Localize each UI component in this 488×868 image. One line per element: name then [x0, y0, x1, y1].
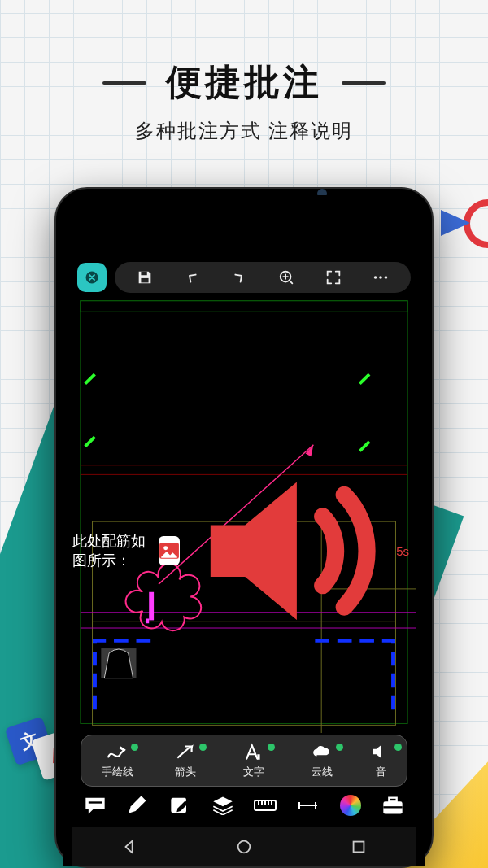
fullscreen-button[interactable] [322, 266, 345, 289]
svg-rect-8 [81, 301, 407, 312]
back-icon [120, 838, 138, 856]
comment-button[interactable] [81, 793, 110, 818]
status-dot [336, 744, 343, 751]
undo-button[interactable] [181, 266, 203, 289]
nav-back[interactable] [115, 832, 144, 861]
tool-text[interactable]: 文字 [220, 742, 288, 779]
annotation-tool-strip: 手绘线 箭头 文字 云线 [81, 735, 407, 787]
layers-icon [211, 796, 234, 815]
home-icon [235, 838, 253, 856]
save-icon [136, 268, 154, 286]
svg-rect-2 [141, 278, 148, 283]
svg-rect-30 [89, 801, 102, 803]
status-dot [268, 744, 275, 751]
measure-button[interactable] [293, 793, 322, 818]
speaker-icon[interactable] [185, 447, 392, 655]
tool-cloud[interactable]: 云线 [288, 742, 356, 779]
page-title: 便捷批注 [166, 59, 322, 107]
svg-rect-34 [389, 798, 396, 802]
dash-left [102, 81, 146, 85]
svg-line-9 [85, 374, 95, 384]
svg-point-36 [238, 841, 251, 853]
svg-rect-37 [353, 842, 364, 853]
close-button[interactable] [77, 263, 107, 292]
zoom-icon [277, 268, 295, 286]
close-icon [85, 270, 99, 285]
bottom-toolbar [72, 787, 416, 824]
toolbox-button[interactable] [378, 793, 407, 818]
tool-label: 云线 [312, 765, 333, 779]
audio-icon [370, 743, 391, 761]
svg-rect-29 [257, 754, 259, 760]
svg-rect-35 [383, 806, 402, 808]
status-dot [131, 744, 138, 751]
edit-square-button[interactable] [166, 793, 195, 818]
ruler-icon [254, 796, 277, 815]
android-navbar [72, 827, 416, 866]
svg-point-28 [163, 547, 168, 551]
hero: 便捷批注 多种批注方式 注释说明 [0, 0, 488, 144]
tool-label: 文字 [243, 765, 264, 779]
arrow-icon [175, 743, 196, 761]
svg-rect-1 [141, 272, 146, 276]
redo-button[interactable] [228, 266, 251, 289]
cad-canvas[interactable]: 此处配筋如图所示： 5s [72, 294, 416, 733]
undo-icon [183, 268, 201, 286]
measure-icon [296, 796, 319, 815]
zoom-button[interactable] [275, 266, 298, 289]
layers-button[interactable] [208, 793, 237, 818]
tool-label: 手绘线 [102, 765, 133, 779]
svg-point-5 [379, 276, 382, 279]
svg-line-10 [85, 437, 95, 447]
dash-right [342, 81, 386, 85]
annotation-callout: 此处配筋如图所示： 5s [72, 447, 409, 655]
cloud-icon [312, 743, 333, 761]
save-button[interactable] [133, 266, 156, 289]
fullscreen-icon [325, 268, 342, 286]
text-icon [243, 743, 264, 761]
recent-icon [350, 838, 368, 856]
tool-freehand[interactable]: 手绘线 [83, 742, 151, 779]
phone-frame: 此处配筋如图所示： 5s 手绘线 箭头 [54, 187, 434, 868]
status-bar [72, 239, 416, 257]
page-subtitle: 多种批注方式 注释说明 [0, 118, 488, 144]
top-actions [115, 262, 411, 293]
app-screen: 此处配筋如图所示： 5s 手绘线 箭头 [72, 239, 416, 866]
nav-home[interactable] [229, 832, 259, 861]
tool-label: 音 [376, 765, 386, 779]
svg-line-11 [359, 374, 369, 384]
pencil-icon [126, 796, 149, 815]
svg-point-4 [374, 276, 377, 279]
svg-point-6 [385, 276, 388, 279]
tool-label: 箭头 [175, 765, 196, 779]
tool-audio[interactable]: 音 [356, 742, 405, 779]
more-icon [372, 268, 390, 286]
freehand-icon [107, 743, 128, 761]
ruler-button[interactable] [251, 793, 280, 818]
color-wheel-icon [340, 795, 361, 816]
redo-icon [230, 268, 248, 286]
top-toolbar [72, 257, 416, 298]
status-dot [394, 744, 402, 751]
annotation-text: 此处配筋如图所示： [72, 531, 154, 570]
tool-arrow[interactable]: 箭头 [151, 742, 220, 779]
toolbox-icon [381, 796, 404, 815]
nav-recent[interactable] [344, 832, 373, 861]
image-icon [159, 542, 180, 560]
image-attachment-button[interactable] [159, 536, 180, 565]
edit-square-icon [169, 796, 192, 815]
comment-icon [84, 796, 107, 815]
status-dot [199, 744, 207, 751]
more-button[interactable] [369, 266, 392, 289]
color-button[interactable] [336, 793, 365, 818]
audio-duration: 5s [396, 544, 409, 558]
pencil-button[interactable] [123, 793, 152, 818]
